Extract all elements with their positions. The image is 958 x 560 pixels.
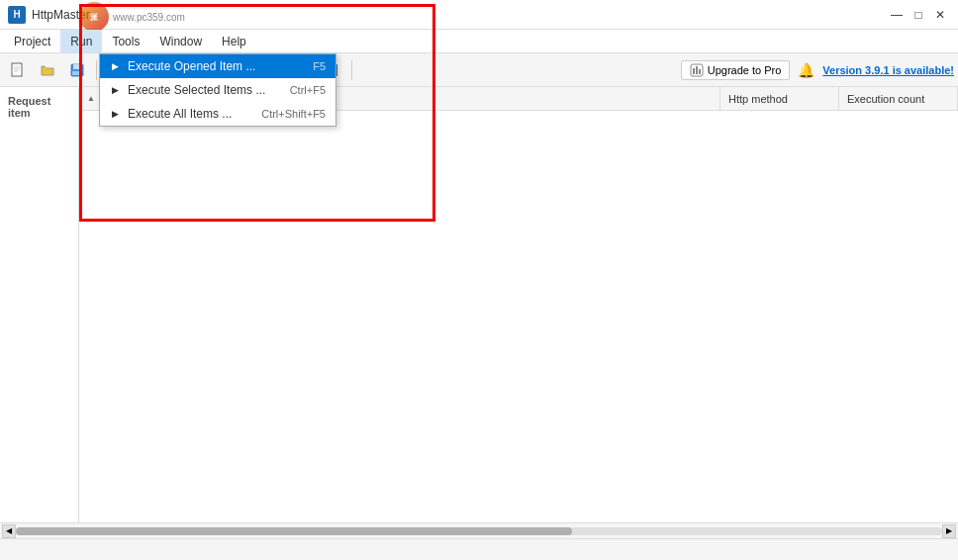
left-panel: Request item [0,87,79,538]
app-icon: H [8,6,26,24]
execute-selected-item[interactable]: ▶ Execute Selected Items ... Ctrl+F5 [100,78,335,102]
svg-rect-6 [72,71,82,75]
title-bar-left: H HttpMaster [8,6,90,24]
table-area: ▲ Name URL Http method Execution count [79,87,958,538]
column-count: Execution count [839,87,958,110]
execute-opened-item[interactable]: ▶ Execute Opened Item ... F5 [100,54,335,78]
menu-run[interactable]: Run [60,30,102,52]
run-dropdown-menu: ▶ Execute Opened Item ... F5 ▶ Execute S… [99,53,336,127]
execute-opened-shortcut: F5 [313,60,326,72]
toolbar-separator-1 [96,60,97,80]
upgrade-icon [690,63,704,77]
watermark-logo: 派 [79,2,109,32]
menu-tools[interactable]: Tools [102,30,149,52]
execute-all-item[interactable]: ▶ Execute All Items ... Ctrl+Shift+F5 [100,102,335,126]
panel-header: Request item [0,91,78,123]
close-button[interactable]: ✕ [930,5,950,25]
column-count-label: Execution count [847,93,924,105]
maximize-button[interactable]: □ [909,5,928,25]
svg-rect-5 [73,64,80,69]
upgrade-to-pro-button[interactable]: Upgrade to Pro [681,60,791,80]
menu-bar: Project Run Tools Window Help ▶ Execute … [0,30,958,53]
toolbar-right: Upgrade to Pro 🔔 Version 3.9.1 is availa… [681,60,954,80]
sort-arrow-name: ▲ [87,94,95,103]
scroll-left-button[interactable]: ◀ [2,524,16,538]
horizontal-scrollbar[interactable]: ◀ ▶ [0,522,958,538]
watermark-text: www.pc359.com [113,12,185,23]
column-method: Http method [720,87,839,110]
version-link[interactable]: Version 3.9.1 is available! [822,64,954,76]
save-project-button[interactable] [63,57,91,83]
open-project-icon [40,62,55,78]
execute-selected-shortcut: Ctrl+F5 [290,84,326,96]
title-bar: H HttpMaster 派 www.pc359.com — □ ✕ [0,0,958,30]
scroll-thumb[interactable] [16,527,572,535]
execute-opened-label: Execute Opened Item ... [128,59,255,73]
upgrade-label: Upgrade to Pro [708,64,782,76]
minimize-button[interactable]: — [887,5,907,25]
execute-selected-arrow: ▶ [110,85,120,95]
execute-all-arrow: ▶ [110,109,120,119]
column-method-label: Http method [728,93,788,105]
bell-icon: 🔔 [798,62,814,78]
column-url: URL [277,87,720,110]
menu-window[interactable]: Window [149,30,212,52]
menu-project[interactable]: Project [4,30,60,52]
execute-all-shortcut: Ctrl+Shift+F5 [261,108,326,120]
main-content: Request item ▲ Name URL Http method Exec… [0,87,958,538]
watermark: 派 www.pc359.com [79,2,185,32]
svg-rect-25 [699,69,701,74]
new-project-button[interactable] [4,57,32,83]
new-project-icon [10,62,26,78]
execute-all-label: Execute All Items ... [128,107,232,121]
toolbar-separator-3 [351,60,352,80]
window-controls: — □ ✕ [887,5,950,25]
svg-rect-24 [696,66,698,74]
open-project-button[interactable] [34,57,61,83]
execute-opened-arrow: ▶ [110,61,120,71]
status-bar [0,538,958,560]
scroll-track [16,527,942,535]
menu-help[interactable]: Help [212,30,256,52]
svg-rect-23 [693,68,695,74]
execute-selected-label: Execute Selected Items ... [128,83,265,97]
scroll-right-button[interactable]: ▶ [942,524,956,538]
save-project-icon [69,62,85,78]
